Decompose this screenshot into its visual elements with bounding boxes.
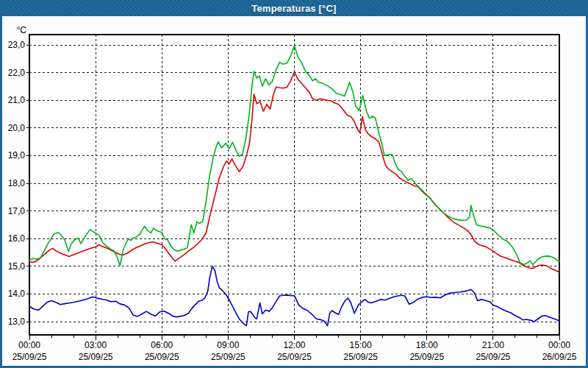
x-tick-time-label: 15:00: [350, 340, 372, 350]
x-tick-date-label: 25/09/25: [12, 352, 47, 362]
temperature-line-chart: 23,022,021,020,019,018,017,016,015,014,0…: [0, 0, 588, 368]
x-tick-time-label: 18:00: [416, 340, 438, 350]
y-tick-label: 17,0: [8, 206, 26, 216]
y-tick-label: 19,0: [8, 150, 26, 160]
x-tick-time-label: 09:00: [217, 340, 239, 350]
x-tick-date-label: 25/09/25: [145, 352, 179, 362]
x-tick-date-label: 25/09/25: [343, 352, 378, 362]
x-tick-date-label: 25/09/25: [79, 352, 113, 362]
x-tick-time-label: 00:00: [18, 340, 40, 350]
x-tick-date-label: 25/09/25: [211, 352, 245, 362]
y-tick-label: 18,0: [8, 178, 26, 188]
y-axis-unit-label: °C: [17, 25, 27, 35]
x-tick-time-label: 00:00: [548, 340, 570, 350]
y-tick-label: 20,0: [8, 123, 26, 133]
x-tick-date-label: 26/09/25: [542, 352, 577, 362]
y-tick-label: 13,0: [8, 316, 26, 327]
weather-chart-window: Temperaturas [°C] Temp. Punto de rocío W…: [0, 0, 588, 368]
y-tick-label: 21,0: [8, 95, 26, 105]
y-tick-label: 15,0: [8, 261, 26, 272]
x-tick-time-label: 12:00: [283, 340, 305, 350]
x-tick-time-label: 06:00: [151, 340, 173, 350]
x-tick-date-label: 25/09/25: [476, 352, 511, 362]
x-tick-time-label: 03:00: [85, 340, 107, 350]
y-tick-label: 22,0: [8, 68, 26, 78]
y-tick-label: 23,0: [8, 40, 26, 50]
y-tick-label: 16,0: [8, 233, 26, 244]
x-tick-date-label: 25/09/25: [277, 352, 312, 362]
x-tick-time-label: 21:00: [482, 340, 504, 350]
y-tick-label: 14,0: [8, 289, 26, 299]
x-tick-date-label: 25/09/25: [409, 352, 444, 362]
